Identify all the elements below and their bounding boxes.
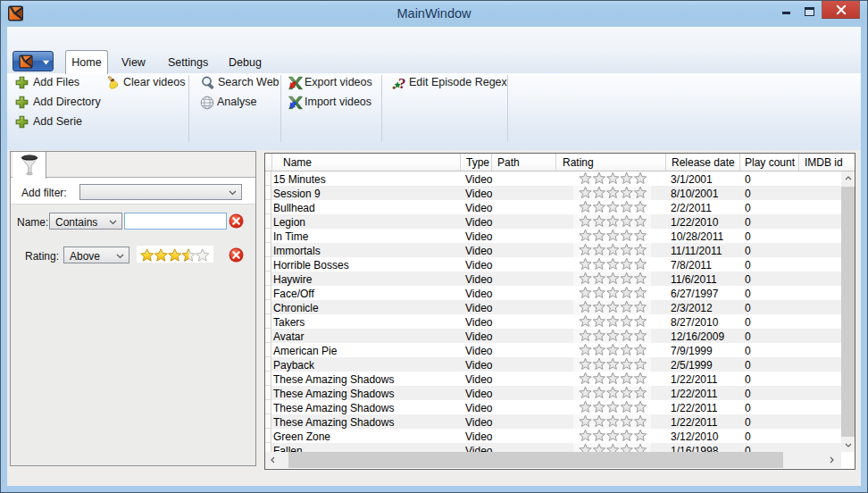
- svg-text:?: ?: [398, 76, 406, 90]
